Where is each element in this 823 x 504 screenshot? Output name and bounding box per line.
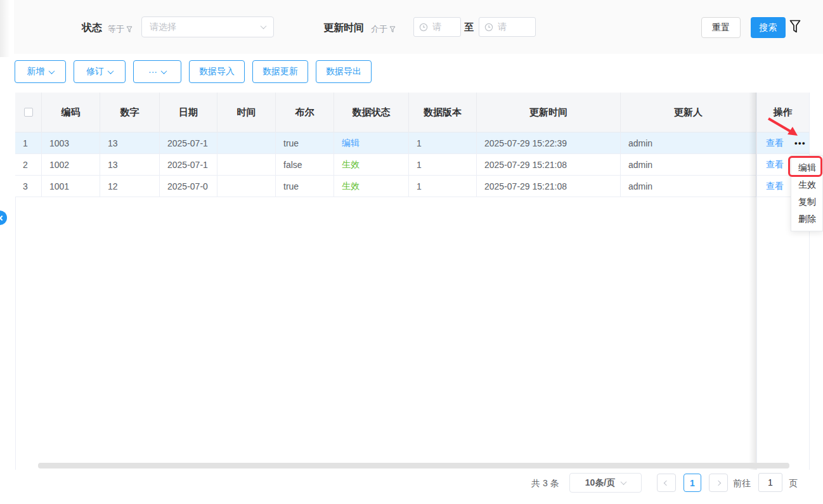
cell-index: 1 [15,132,42,154]
toolbar-button-6[interactable]: 数据导出 [316,60,372,83]
cell-version: 1 [409,132,477,154]
cell-updated-at: 2025-07-29 15:21:08 [477,154,621,176]
filter-funnel-icon [389,26,396,33]
chevron-left-icon [0,215,4,220]
time-filter-label: 更新时间 [323,22,364,35]
toolbar-button-label: 新增 [27,66,45,77]
status-select-placeholder: 请选择 [150,22,176,33]
cell-code: 1002 [42,154,100,176]
cell-number: 13 [100,132,160,154]
toolbar-button-5[interactable]: 数据更新 [252,60,308,83]
menu-item-删除[interactable]: 删除 [791,210,822,228]
chevron-down-icon [161,68,167,74]
goto-label: 前往 [733,478,751,489]
view-link[interactable]: 查看 [764,159,784,171]
fixed-column-border [756,93,757,470]
cell-time [217,154,276,176]
table-right-border [809,93,810,470]
cell-status: 生效 [334,154,409,176]
prev-page-button[interactable] [657,474,676,492]
search-button[interactable]: 搜索 [751,17,786,38]
view-link[interactable]: 查看 [764,181,784,192]
time-operator[interactable]: 介于 [371,23,396,35]
status-badge: 生效 [342,181,360,192]
status-select[interactable]: 请选择 [141,16,274,37]
menu-item-复制[interactable]: 复制 [791,193,822,210]
horizontal-scrollbar[interactable] [38,463,789,468]
page-size-select[interactable]: 10条/页 [569,473,642,493]
toolbar-button-4[interactable]: 数据导入 [189,60,245,83]
status-operator[interactable]: 等于 [108,23,133,35]
toolbar-button-2[interactable]: 修订 [74,60,126,83]
column-header-7: 数据版本 [409,93,477,132]
cell-index: 3 [15,176,42,197]
column-header-4: 时间 [217,93,276,132]
chevron-down-icon [621,479,627,485]
chevron-down-icon [261,23,267,29]
cell-status: 编辑 [334,132,409,154]
status-badge: 生效 [342,159,360,171]
toolbar-button-3[interactable]: ··· [133,60,181,83]
toolbar-button-label: 数据导入 [199,66,235,77]
menu-item-编辑[interactable]: 编辑 [791,159,822,176]
column-header-10: 操作 [756,93,809,132]
select-all-checkbox[interactable] [24,108,33,117]
time-to-input[interactable]: 请 [479,17,536,37]
table-row[interactable]: 31001122025-07-0true生效12025-07-29 15:21:… [15,176,809,197]
cell-code: 1003 [42,132,100,154]
toolbar-button-1[interactable]: 新增 [15,60,66,83]
clock-icon [484,23,493,32]
chevron-down-icon [48,68,55,74]
cell-updated-by: admin [621,176,756,197]
page-number-1[interactable]: 1 [684,474,701,492]
table-row[interactable]: 11003132025-07-1true编辑12025-07-29 15:22:… [15,132,809,154]
cell-index: 2 [15,154,42,176]
advanced-filter-icon[interactable] [789,20,801,36]
next-page-button[interactable] [709,474,728,492]
toolbar-button-label: ··· [148,67,157,77]
cell-version: 1 [409,176,477,197]
cell-version: 1 [409,154,477,176]
cell-updated-by: admin [621,154,756,176]
table-header: 编码数字日期时间布尔数据状态数据版本更新时间更新人操作 [15,93,809,132]
cell-number: 12 [100,176,160,197]
total-count: 共 3 条 [531,478,559,489]
time-from-input[interactable]: 请 [413,17,461,37]
cell-bool: true [276,176,334,197]
cell-bool: false [276,154,334,176]
cell-bool: true [276,132,334,154]
time-to-placeholder: 请 [498,22,507,33]
sidebar-collapse-toggle[interactable] [0,210,7,225]
status-filter-label: 状态 [82,22,102,35]
cell-code: 1001 [42,176,100,197]
column-header-8: 更新时间 [477,93,621,132]
range-separator: 至 [464,22,474,34]
cell-time [217,176,276,197]
time-from-placeholder: 请 [432,22,441,33]
page-size-value: 10条/页 [585,477,615,489]
view-link[interactable]: 查看 [764,138,784,149]
cell-operations: 查看••• [756,132,809,154]
cell-date: 2025-07-0 [160,176,217,197]
status-operator-label: 等于 [108,23,124,35]
reset-button[interactable]: 重置 [701,17,741,38]
menu-item-生效[interactable]: 生效 [791,176,822,193]
page: 状态 等于 请选择 更新时间 介于 请 至 请 重置 搜索 [0,0,823,504]
cell-time [217,132,276,154]
status-badge: 编辑 [342,138,360,149]
column-header-5: 布尔 [276,93,334,132]
goto-page-input[interactable] [758,473,782,492]
column-header-3: 日期 [160,93,217,132]
toolbar-button-label: 数据更新 [262,66,298,77]
column-header-2: 数字 [100,93,160,132]
cell-updated-at: 2025-07-29 15:22:39 [477,132,621,154]
table-row[interactable]: 21002132025-07-1false生效12025-07-29 15:21… [15,154,809,176]
toolbar-button-label: 数据导出 [326,66,361,77]
cell-number: 13 [100,154,160,176]
time-operator-label: 介于 [371,23,387,35]
more-actions-icon[interactable]: ••• [794,138,806,148]
column-header-1: 编码 [42,93,100,132]
cell-date: 2025-07-1 [160,154,217,176]
toolbar-button-label: 修订 [86,66,104,77]
header-checkbox-cell [15,93,42,132]
